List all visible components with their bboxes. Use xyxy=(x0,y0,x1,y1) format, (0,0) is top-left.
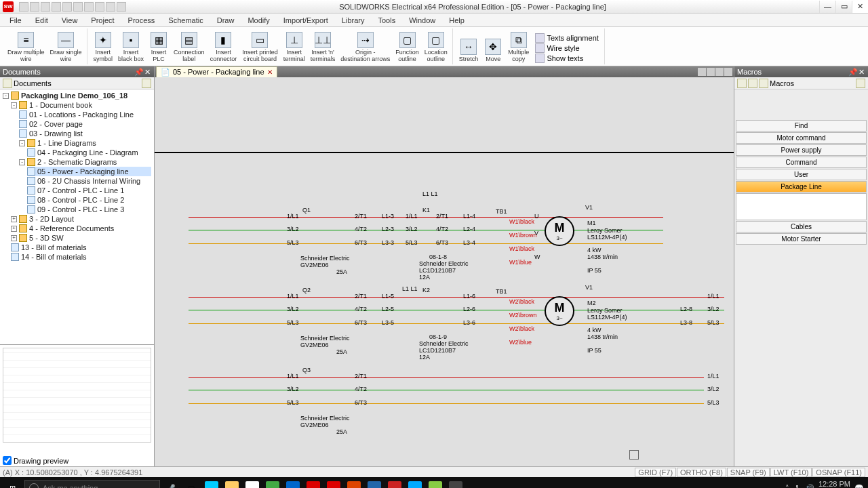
search-box[interactable]: Ask me anything xyxy=(24,480,160,488)
qat-new-icon[interactable] xyxy=(19,2,28,12)
insert-n-terminals-button[interactable]: ⊥⊥Insert 'n' terminals xyxy=(309,30,338,64)
taskbar-store-icon[interactable] xyxy=(243,479,262,488)
taskbar-sw-icon[interactable] xyxy=(304,479,323,488)
taskbar-edge-icon[interactable] xyxy=(202,479,221,488)
taskbar-word-icon[interactable] xyxy=(365,479,384,488)
macro-motor-starter[interactable]: Motor Starter xyxy=(736,233,867,245)
doc-folder-icon[interactable] xyxy=(3,79,12,88)
status-osnap-button[interactable]: OSNAP (F11) xyxy=(812,468,865,477)
insert-plc-button[interactable]: ▦Insert PLC xyxy=(147,30,170,64)
macro-motor-command[interactable]: Motor command xyxy=(736,132,867,144)
draw-single-wire-button[interactable]: —Draw single wire xyxy=(48,30,84,64)
multiple-copy-button[interactable]: ⧉Multiple copy xyxy=(506,30,531,64)
taskbar-outlook-icon[interactable] xyxy=(283,479,302,488)
menu-process[interactable]: Process xyxy=(121,15,162,26)
menu-modify[interactable]: Modify xyxy=(241,15,276,26)
status-lwt-button[interactable]: LWT (F10) xyxy=(770,468,812,477)
texts-alignment-button[interactable]: Texts alignment xyxy=(535,33,598,43)
tray-notifications-icon[interactable]: 💬 xyxy=(854,484,864,489)
menu-view[interactable]: View xyxy=(55,15,85,26)
start-button[interactable]: ⊞ xyxy=(1,479,23,488)
close-button[interactable]: ✕ xyxy=(852,1,868,13)
draw-multiple-wire-button[interactable]: ≡Draw multiple wire xyxy=(5,30,47,64)
tray-network-icon[interactable]: 🖧 xyxy=(793,484,801,488)
qat-zoom-in-icon[interactable] xyxy=(84,2,94,12)
tab-close-all-icon[interactable] xyxy=(724,68,732,76)
taskbar-swe-icon[interactable] xyxy=(324,479,343,488)
quick-access-toolbar[interactable] xyxy=(19,2,126,12)
qat-print-icon[interactable] xyxy=(52,2,61,12)
menu-import-export[interactable]: Import/Export xyxy=(277,15,335,26)
insert-pcb-button[interactable]: ▭Insert printed circuit board xyxy=(240,30,280,64)
macros-info-icon[interactable] xyxy=(748,79,757,88)
macros-pin-icon[interactable]: 📌 xyxy=(849,68,857,76)
preview-checkbox[interactable] xyxy=(3,456,12,465)
taskbar-taskview-icon[interactable]: ▢ xyxy=(182,479,201,488)
menu-window[interactable]: Window xyxy=(402,15,442,26)
insert-symbol-button[interactable]: ✦Insert symbol xyxy=(92,30,115,64)
macro-user[interactable]: User xyxy=(736,169,867,180)
status-snap-button[interactable]: SNAP (F9) xyxy=(727,468,770,477)
tab-close-icon[interactable]: ✕ xyxy=(267,68,273,76)
menu-edit[interactable]: Edit xyxy=(28,15,55,26)
macro-cables[interactable]: Cables xyxy=(736,221,867,232)
insert-connector-button[interactable]: ▮Insert connector xyxy=(208,30,239,64)
qat-refresh-icon[interactable] xyxy=(117,2,126,12)
insert-terminal-button[interactable]: ⊥Insert terminal xyxy=(281,30,307,64)
location-outline-button[interactable]: ▢Location outline xyxy=(422,30,450,64)
macro-expanded-area[interactable] xyxy=(736,193,867,220)
documents-tree[interactable]: -Packaging Line Demo_106_18 -1 - Documen… xyxy=(0,89,154,344)
qat-save-icon[interactable] xyxy=(41,2,50,12)
taskbar-mic-icon[interactable]: 🎤 xyxy=(161,479,180,488)
macros-settings-icon[interactable] xyxy=(856,79,865,88)
tab-next-icon[interactable] xyxy=(707,68,715,76)
maximize-button[interactable]: ▭ xyxy=(835,1,852,13)
schematic-canvas[interactable]: Q1 K1 L1 L1 TB1 V1 M1 1/L1 2/T1 3/L2 4/T… xyxy=(155,77,734,466)
macros-star-icon[interactable] xyxy=(759,79,768,88)
stretch-button[interactable]: ↔Stretch xyxy=(457,37,481,64)
wire-style-button[interactable]: Wire style xyxy=(535,43,598,53)
menu-file[interactable]: File xyxy=(3,15,28,26)
tray-volume-icon[interactable]: 🔊 xyxy=(805,484,814,489)
menu-help[interactable]: Help xyxy=(442,15,471,26)
status-ortho-button[interactable]: ORTHO (F8) xyxy=(677,468,726,477)
qat-undo-icon[interactable] xyxy=(62,2,72,12)
taskbar-chrome-icon[interactable] xyxy=(263,479,282,488)
function-outline-button[interactable]: ▢Function outline xyxy=(393,30,421,64)
macro-command[interactable]: Command xyxy=(736,157,867,168)
taskbar-explorer-icon[interactable] xyxy=(222,479,241,488)
qat-zoom-out-icon[interactable] xyxy=(95,2,104,12)
document-tab[interactable]: 📄 05 - Power - Packaging line ✕ xyxy=(156,66,277,78)
minimize-button[interactable]: — xyxy=(819,1,835,13)
macro-power-supply[interactable]: Power supply xyxy=(736,144,867,156)
qat-open-icon[interactable] xyxy=(30,2,39,12)
taskbar-skype-icon[interactable] xyxy=(406,479,425,488)
macros-close-icon[interactable]: ✕ xyxy=(857,68,865,76)
taskbar-app2-icon[interactable] xyxy=(426,479,445,488)
menu-tools[interactable]: Tools xyxy=(371,15,402,26)
macro-package-line[interactable]: Package Line xyxy=(736,181,867,192)
taskbar-app3-icon[interactable] xyxy=(446,479,465,488)
menu-schematic[interactable]: Schematic xyxy=(161,15,210,26)
tray-clock[interactable]: 12:28 PM 1/3/2017 xyxy=(818,480,850,488)
panel-pin-icon[interactable]: 📌 xyxy=(135,68,143,76)
macros-home-icon[interactable] xyxy=(737,79,747,88)
status-grid-button[interactable]: GRID (F7) xyxy=(635,468,676,477)
panel-close-icon[interactable]: ✕ xyxy=(143,68,151,76)
macro-find[interactable]: Find xyxy=(736,120,867,131)
menu-library[interactable]: Library xyxy=(335,15,372,26)
insert-blackbox-button[interactable]: ▪Insert black box xyxy=(116,30,146,64)
tray-chevron-icon[interactable]: ˄ xyxy=(785,484,789,489)
system-tray[interactable]: ˄ 🖧 🔊 12:28 PM 1/3/2017 💬 xyxy=(785,480,867,488)
taskbar-app-icon[interactable] xyxy=(385,479,404,488)
taskbar-powerpoint-icon[interactable] xyxy=(344,479,363,488)
qat-zoom-fit-icon[interactable] xyxy=(106,2,115,12)
origin-destination-button[interactable]: ⇢Origin - destination arrows xyxy=(338,30,392,64)
tab-prev-icon[interactable] xyxy=(698,68,706,76)
connection-label-button[interactable]: ▤Connection label xyxy=(172,30,207,64)
tree-selected-item[interactable]: 05 - Power - Packaging line xyxy=(27,167,151,176)
move-button[interactable]: ✥Move xyxy=(481,37,505,64)
menu-draw[interactable]: Draw xyxy=(210,15,241,26)
show-texts-button[interactable]: Show texts xyxy=(535,54,598,63)
tab-menu-icon[interactable] xyxy=(715,68,724,76)
